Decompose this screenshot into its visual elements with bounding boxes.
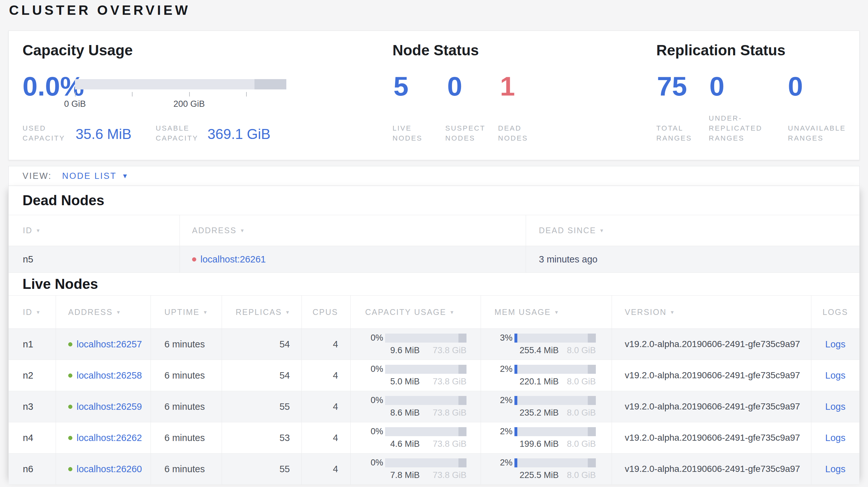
node-replicas: 55 [222, 454, 302, 484]
view-dropdown[interactable]: NODE LIST ▼ [62, 171, 128, 181]
sort-desc-icon[interactable]: ▼ [203, 310, 208, 315]
capacity-total-value: 73.8 GiB [433, 439, 466, 449]
table-row: n5 localhost:26261 3 minutes ago [9, 246, 859, 273]
node-address-link[interactable]: localhost:26258 [76, 370, 142, 381]
live-header-version[interactable]: VERSION▼ [612, 296, 811, 328]
sort-desc-icon[interactable]: ▼ [450, 310, 454, 315]
mem-used-value: 225.5 MiB [520, 470, 559, 480]
sort-desc-icon[interactable]: ▼ [554, 310, 559, 315]
sort-desc-icon[interactable]: ▼ [599, 228, 604, 233]
suspect-nodes-label: SUSPECT NODES [445, 123, 494, 143]
axis-tick [132, 92, 132, 97]
mem-total-value: 8.0 GiB [567, 439, 596, 449]
node-replicas: 54 [222, 360, 302, 391]
node-logs: Logs [811, 422, 859, 453]
replication-status-title: Replication Status [656, 41, 785, 59]
node-address-link[interactable]: localhost:26260 [76, 464, 142, 475]
live-header-id[interactable]: ID▼ [9, 296, 56, 328]
node-status-title: Node Status [393, 41, 479, 59]
mem-mini-bar [515, 365, 596, 374]
table-row: n2 localhost:26258 6 minutes 54 4 0% 5.0… [9, 360, 859, 391]
chevron-down-icon[interactable]: ▼ [122, 172, 128, 180]
sort-desc-icon[interactable]: ▼ [36, 310, 40, 315]
node-mem-usage: 2% 220.1 MiB8.0 GiB [480, 360, 612, 391]
logs-link[interactable]: Logs [825, 464, 845, 475]
node-version: v19.2.0-alpha.20190606-2491-gfe735c9a97 [612, 391, 811, 422]
overview-summary-card: Capacity Usage 0.0% 0 GiB 200 GiB USED C… [8, 31, 860, 160]
node-uptime: 6 minutes [151, 391, 222, 422]
capacity-used-value: 9.6 MiB [390, 346, 420, 355]
dead-header-address[interactable]: ADDRESS ▼ [180, 215, 526, 246]
capacity-percent-label: 0% [365, 458, 383, 468]
mem-percent-label: 2% [494, 364, 513, 374]
capacity-used-value: 8.6 MiB [390, 408, 420, 418]
capacity-reserved-segment [459, 333, 466, 343]
mem-used-value: 199.6 MiB [520, 439, 559, 449]
node-address-link[interactable]: localhost:26257 [76, 339, 142, 350]
axis-tick-label: 0 GiB [64, 99, 86, 109]
mem-percent-label: 2% [494, 426, 513, 436]
mem-reserved-segment [588, 333, 596, 343]
dead-header-id[interactable]: ID ▼ [9, 215, 180, 246]
node-capacity-usage: 0% 7.8 MiB73.8 GiB [350, 454, 480, 484]
logs-link[interactable]: Logs [825, 401, 845, 412]
view-dropdown-selected[interactable]: NODE LIST [62, 171, 117, 181]
node-logs: Logs [811, 360, 859, 391]
capacity-percent-label: 0% [365, 364, 383, 374]
capacity-mini-bar [385, 333, 466, 343]
node-address-link[interactable]: localhost:26262 [76, 433, 142, 443]
node-cpus: 4 [302, 360, 350, 391]
node-id: n1 [9, 329, 56, 360]
sort-desc-icon[interactable]: ▼ [285, 310, 290, 315]
node-address-link[interactable]: localhost:26259 [76, 401, 142, 412]
logs-link[interactable]: Logs [825, 370, 845, 381]
live-nodes-count: 5 [394, 73, 409, 100]
live-header-mem[interactable]: MEM USAGE▼ [480, 296, 612, 328]
sort-desc-icon[interactable]: ▼ [116, 310, 121, 315]
node-logs: Logs [811, 454, 859, 484]
node-capacity-usage: 0% 9.6 MiB73.8 GiB [350, 329, 480, 360]
live-header-address[interactable]: ADDRESS▼ [56, 296, 151, 328]
sort-desc-icon[interactable]: ▼ [36, 228, 40, 233]
capacity-used-value: 5.0 MiB [390, 377, 420, 387]
live-header-replicas[interactable]: REPLICAS▼ [222, 296, 302, 328]
dead-nodes-label: DEAD NODES [498, 123, 546, 143]
mem-mini-bar [515, 333, 596, 343]
node-replicas: 54 [222, 329, 302, 360]
node-capacity-usage: 0% 5.0 MiB73.8 GiB [350, 360, 480, 391]
logs-link[interactable]: Logs [825, 339, 845, 350]
mem-percent-label: 2% [494, 395, 513, 405]
live-nodes-table: ID▼ ADDRESS▼ UPTIME▼ REPLICAS▼ CPUS CAPA… [9, 295, 859, 485]
live-header-uptime[interactable]: UPTIME▼ [151, 296, 222, 328]
mem-used-value: 220.1 MiB [520, 377, 559, 387]
mem-percent-label: 2% [494, 458, 513, 468]
dead-status-dot-icon [192, 257, 196, 261]
capacity-total-value: 73.8 GiB [433, 408, 466, 418]
table-row: n4 localhost:26262 6 minutes 53 4 0% 4.6… [9, 422, 859, 454]
live-header-capacity[interactable]: CAPACITY USAGE▼ [350, 296, 480, 328]
capacity-reserved-segment [459, 458, 466, 467]
capacity-mini-bar [385, 427, 466, 436]
mem-reserved-segment [588, 458, 596, 467]
node-address-link[interactable]: localhost:26261 [200, 254, 266, 265]
capacity-percent-label: 0% [365, 395, 383, 405]
page-title: CLUSTER OVERVIEW [9, 3, 190, 18]
unavailable-ranges-label: UNAVAILABLE RANGES [788, 123, 868, 143]
dead-nodes-table: ID ▼ ADDRESS ▼ DEAD SINCE ▼ n5 localhost… [9, 215, 859, 273]
node-version: v19.2.0-alpha.20190606-2491-gfe735c9a97 [612, 454, 811, 484]
node-replicas: 53 [222, 422, 302, 453]
node-capacity-usage: 0% 4.6 MiB73.8 GiB [350, 422, 480, 453]
node-capacity-usage: 0% 8.6 MiB73.8 GiB [350, 391, 480, 422]
logs-link[interactable]: Logs [825, 433, 845, 443]
live-status-dot-icon [68, 374, 72, 378]
capacity-used-value: 7.8 MiB [390, 470, 420, 480]
dead-header-dead-since[interactable]: DEAD SINCE ▼ [526, 215, 859, 246]
mem-total-value: 8.0 GiB [567, 470, 596, 480]
mem-total-value: 8.0 GiB [567, 408, 596, 418]
capacity-usage-title: Capacity Usage [23, 41, 133, 59]
sort-desc-icon[interactable]: ▼ [670, 310, 675, 315]
under-replicated-ranges-count: 0 [709, 73, 724, 100]
capacity-mini-bar [385, 396, 466, 405]
node-cpus: 4 [302, 391, 350, 422]
sort-desc-icon[interactable]: ▼ [240, 228, 245, 233]
